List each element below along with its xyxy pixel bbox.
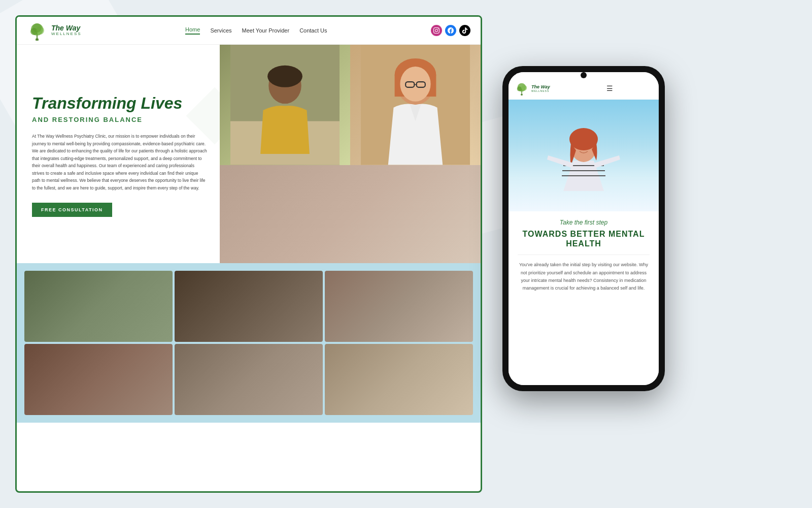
nav-home[interactable]: Home xyxy=(185,26,200,35)
nav-links: Home Services Meet Your Provider Contact… xyxy=(185,26,327,35)
grid-img-5 xyxy=(175,344,323,415)
instagram-icon[interactable] xyxy=(431,25,442,36)
navbar-social-icons xyxy=(431,25,470,36)
phone-screen: The Way WELLNESS ☰ xyxy=(509,72,659,385)
hero-img-woman-glasses xyxy=(350,45,481,165)
phone-hero-img xyxy=(509,100,659,211)
phone-tiktok-icon[interactable] xyxy=(644,84,653,93)
logo-area: The Way WELLNESS xyxy=(27,20,82,41)
nav-services[interactable]: Services xyxy=(210,27,231,34)
hero-title: Transforming Lives xyxy=(32,93,207,113)
image-grid-section xyxy=(17,271,481,423)
svg-point-5 xyxy=(32,23,42,33)
logo-text: The Way WELLNESS xyxy=(51,24,82,37)
hero-image-area xyxy=(220,45,481,263)
tiktok-icon[interactable] xyxy=(459,25,470,36)
blue-divider xyxy=(17,263,481,271)
hero-body: At The Way Wellness Psychiatry Clinic, o… xyxy=(32,133,207,192)
hero-subtitle: AND RESTORING BALANCE xyxy=(32,116,207,123)
phone-mockup: The Way WELLNESS ☰ xyxy=(502,66,665,391)
grid-img-4 xyxy=(24,344,173,415)
grid-img-3 xyxy=(325,271,473,342)
svg-point-10 xyxy=(400,67,430,102)
navbar: The Way WELLNESS Home Services Meet Your… xyxy=(17,17,481,45)
browser-mockup: The Way WELLNESS Home Services Meet Your… xyxy=(15,15,482,493)
phone-content: Take the first step TOWARDS BETTER MENTA… xyxy=(509,211,659,385)
hero-left: Transforming Lives AND RESTORING BALANCE… xyxy=(17,45,220,263)
grid-img-1 xyxy=(24,271,173,342)
logo-main-text: The Way xyxy=(51,24,82,32)
grid-img-6 xyxy=(325,344,473,415)
logo-icon xyxy=(27,20,47,41)
svg-point-17 xyxy=(267,66,302,87)
phone-heading: TOWARDS BETTER MENTAL HEALTH xyxy=(518,229,650,248)
hamburger-icon[interactable]: ☰ xyxy=(606,84,613,92)
nav-contact[interactable]: Contact Us xyxy=(299,27,327,34)
svg-point-21 xyxy=(517,86,522,91)
svg-point-18 xyxy=(521,93,523,96)
svg-point-0 xyxy=(36,38,39,41)
phone-divider xyxy=(518,255,650,255)
phone-logo-area: The Way WELLNESS xyxy=(515,81,550,96)
logo-sub-text: WELLNESS xyxy=(51,32,82,37)
main-container: The Way WELLNESS Home Services Meet Your… xyxy=(0,0,812,508)
phone-hero-person-svg xyxy=(538,110,629,211)
phone-logo-main: The Way xyxy=(531,84,550,89)
hero-section: Transforming Lives AND RESTORING BALANCE… xyxy=(17,45,481,263)
phone-tagline: Take the first step xyxy=(518,219,650,226)
cta-button[interactable]: FREE CONSULTATION xyxy=(32,203,112,217)
hero-img-man-session xyxy=(220,45,350,165)
svg-point-22 xyxy=(521,85,527,90)
grid-img-2 xyxy=(175,271,323,342)
facebook-icon[interactable] xyxy=(445,25,456,36)
phone-logo-icon xyxy=(515,81,529,96)
phone-notch xyxy=(581,72,587,78)
phone-logo-sub: WELLNESS xyxy=(531,89,550,92)
phone-body-text: You've already taken the initial step by… xyxy=(518,261,650,292)
phone-facebook-icon[interactable] xyxy=(630,84,639,93)
phone-instagram-icon[interactable] xyxy=(617,84,626,93)
phone-nav-right: ☰ xyxy=(606,84,653,93)
nav-provider[interactable]: Meet Your Provider xyxy=(242,27,290,34)
phone-logo-text-area: The Way WELLNESS xyxy=(531,84,550,92)
